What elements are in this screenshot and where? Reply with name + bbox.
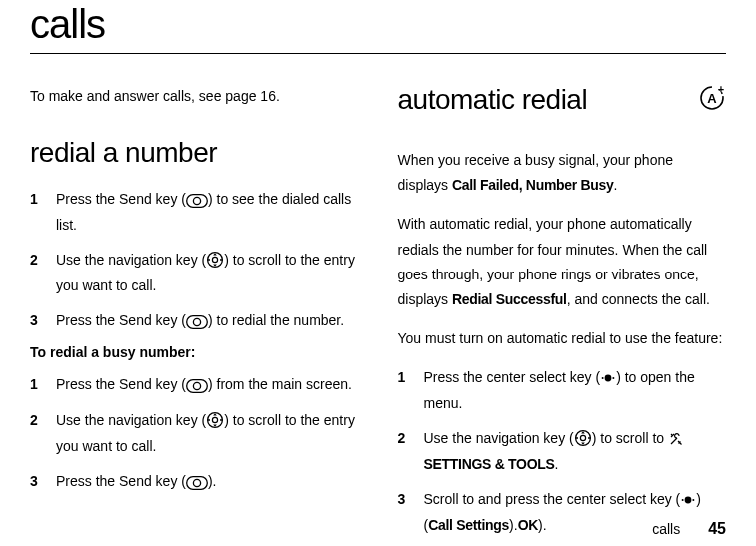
svg-point-22 bbox=[602, 377, 604, 379]
subheading-bold: To redial a busy number bbox=[30, 344, 191, 360]
nav-key-icon bbox=[206, 409, 224, 434]
list-item: 2Use the navigation key () to scroll to … bbox=[398, 426, 727, 477]
center-select-key-icon bbox=[680, 488, 696, 513]
list-item: 2Use the navigation key () to scroll to … bbox=[30, 408, 359, 459]
list-item: 1Press the center select key () to open … bbox=[398, 365, 727, 416]
svg-point-27 bbox=[576, 437, 578, 439]
svg-point-5 bbox=[220, 259, 222, 261]
content-columns: To make and answer calls, see page 16. r… bbox=[30, 84, 726, 546]
footer-page-number: 45 bbox=[708, 520, 726, 538]
ui-text: Call Settings bbox=[428, 517, 509, 533]
step-text: Press the Send key (). bbox=[56, 469, 359, 495]
auto-redial-para1: When you receive a busy signal, your pho… bbox=[398, 148, 727, 198]
svg-point-1 bbox=[193, 197, 200, 204]
redial-heading: redial a number bbox=[30, 137, 359, 169]
svg-marker-30 bbox=[581, 442, 585, 444]
step-text: Use the navigation key () to scroll to t… bbox=[56, 408, 359, 459]
svg-rect-10 bbox=[187, 380, 208, 393]
step-number: 3 bbox=[30, 308, 56, 334]
step-text: Use the navigation key () to scroll to t… bbox=[56, 248, 359, 298]
redial-busy-steps-list: 1Press the Send key () from the main scr… bbox=[30, 372, 359, 495]
svg-point-19 bbox=[193, 479, 200, 486]
ui-text: SETTINGS & TOOLS bbox=[424, 456, 555, 472]
auto-redial-steps-list: 1Press the center select key () to open … bbox=[398, 365, 727, 538]
redial-busy-subheading: To redial a busy number: bbox=[30, 344, 359, 360]
ui-text-redial-successful: Redial Successful bbox=[452, 291, 567, 307]
svg-point-3 bbox=[213, 257, 218, 262]
text-run: . bbox=[614, 177, 618, 193]
text-run: , and connects the call. bbox=[567, 291, 710, 307]
step-number: 2 bbox=[30, 408, 56, 459]
svg-point-33 bbox=[685, 497, 692, 504]
page-footer: calls 45 bbox=[652, 520, 726, 538]
settings-tools-icon bbox=[668, 427, 684, 452]
svg-rect-18 bbox=[187, 477, 208, 490]
step-text: Press the Send key () to redial the numb… bbox=[56, 308, 359, 334]
svg-point-32 bbox=[693, 499, 695, 501]
list-item: 3Press the Send key (). bbox=[30, 469, 359, 495]
nav-key-icon bbox=[574, 427, 592, 452]
auto-redial-header-wrap: automatic redial A + bbox=[398, 84, 727, 134]
svg-point-4 bbox=[208, 259, 210, 261]
redial-steps-list: 1Press the Send key () to see the dialed… bbox=[30, 187, 359, 334]
list-item: 1Press the Send key () to see the dialed… bbox=[30, 187, 359, 238]
svg-point-26 bbox=[580, 435, 585, 440]
svg-text:A: A bbox=[707, 91, 717, 106]
svg-marker-16 bbox=[213, 413, 217, 415]
svg-point-9 bbox=[193, 318, 200, 325]
ui-text: OK bbox=[518, 517, 538, 533]
auto-redial-heading: automatic redial bbox=[398, 84, 588, 116]
step-number: 1 bbox=[30, 372, 56, 398]
list-item: 2Use the navigation key () to scroll to … bbox=[30, 248, 359, 298]
svg-point-13 bbox=[213, 417, 218, 422]
svg-text:+: + bbox=[718, 84, 724, 95]
auto-redial-para3: You must turn on automatic redial to use… bbox=[398, 326, 727, 351]
step-number: 2 bbox=[398, 426, 424, 477]
step-text: Press the Send key () to see the dialed … bbox=[56, 187, 359, 238]
right-column: automatic redial A + When you receive a … bbox=[398, 84, 727, 546]
ui-text-call-failed: Call Failed, Number Busy bbox=[452, 177, 614, 193]
send-key-icon bbox=[186, 188, 208, 213]
svg-marker-7 bbox=[213, 264, 217, 266]
list-item: 3Press the Send key () to redial the num… bbox=[30, 308, 359, 334]
nav-key-icon bbox=[206, 249, 224, 273]
left-column: To make and answer calls, see page 16. r… bbox=[30, 84, 359, 546]
step-number: 3 bbox=[398, 487, 424, 538]
svg-rect-8 bbox=[187, 316, 208, 329]
list-item: 1Press the Send key () from the main scr… bbox=[30, 372, 359, 398]
step-number: 3 bbox=[30, 469, 56, 495]
svg-point-28 bbox=[588, 437, 590, 439]
subheading-colon: : bbox=[191, 344, 196, 360]
svg-point-15 bbox=[220, 419, 222, 421]
step-text: Press the center select key () to open t… bbox=[424, 365, 727, 416]
svg-point-31 bbox=[682, 499, 684, 501]
step-number: 1 bbox=[398, 365, 424, 416]
center-select-key-icon bbox=[600, 366, 616, 391]
svg-marker-29 bbox=[581, 431, 585, 433]
send-key-icon bbox=[186, 470, 208, 495]
svg-point-14 bbox=[208, 419, 210, 421]
send-key-icon bbox=[186, 309, 208, 334]
page-title: calls bbox=[30, 2, 726, 54]
send-key-icon bbox=[186, 373, 208, 398]
svg-marker-6 bbox=[213, 253, 217, 255]
step-text: Press the Send key () from the main scre… bbox=[56, 372, 359, 398]
step-number: 2 bbox=[30, 248, 56, 298]
svg-point-24 bbox=[605, 375, 612, 382]
auto-redial-para2: With automatic redial, your phone automa… bbox=[398, 212, 727, 312]
step-text: Use the navigation key () to scroll to S… bbox=[424, 426, 727, 477]
step-number: 1 bbox=[30, 187, 56, 238]
svg-point-23 bbox=[613, 377, 615, 379]
svg-point-11 bbox=[193, 382, 200, 389]
footer-section-label: calls bbox=[652, 521, 680, 537]
svg-marker-17 bbox=[213, 424, 217, 426]
auto-redial-badge-icon: A + bbox=[698, 84, 726, 116]
intro-paragraph: To make and answer calls, see page 16. bbox=[30, 84, 359, 109]
svg-rect-0 bbox=[187, 195, 208, 208]
